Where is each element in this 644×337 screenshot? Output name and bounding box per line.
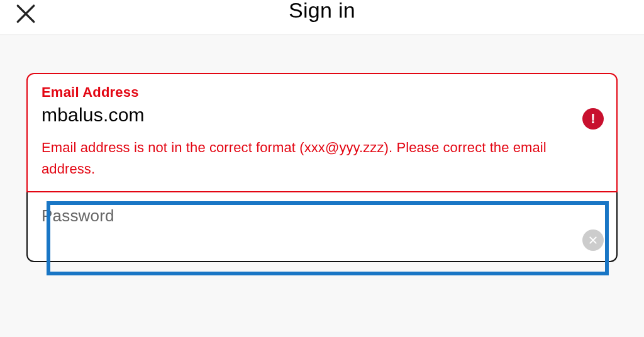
top-bar: Sign in (0, 0, 644, 35)
password-field-group[interactable]: Password (26, 192, 618, 262)
password-label: Password (42, 206, 602, 226)
email-field-group: Email Address ! Email address is not in … (26, 73, 618, 192)
close-icon (15, 3, 36, 24)
email-label: Email Address (42, 84, 602, 101)
clear-password-button[interactable] (582, 229, 604, 251)
page-title: Sign in (289, 0, 355, 23)
email-input-row: ! (42, 104, 602, 126)
email-input[interactable] (42, 104, 518, 126)
clear-icon (588, 235, 598, 245)
close-button[interactable] (15, 3, 36, 24)
error-icon: ! (582, 108, 604, 130)
form-card: Email Address ! Email address is not in … (26, 73, 618, 262)
signin-form: Email Address ! Email address is not in … (0, 35, 644, 262)
email-error-message: Email address is not in the correct form… (42, 137, 602, 180)
